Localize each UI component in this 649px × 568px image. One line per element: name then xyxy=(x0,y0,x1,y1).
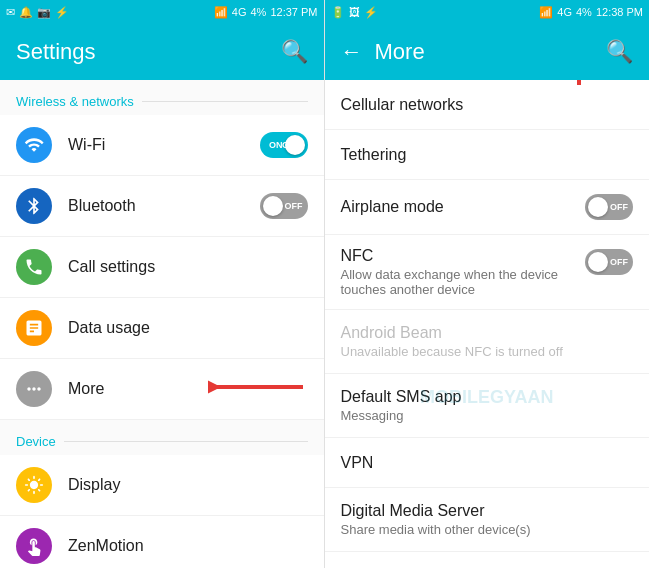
status-bar-left: ✉ 🔔 📷 ⚡ 📶 4G 4% 12:37 PM xyxy=(0,0,324,24)
right-item-nfc[interactable]: NFC Allow data exchange when the device … xyxy=(325,235,650,310)
bt-off-label: OFF xyxy=(285,201,303,211)
wifi-knob xyxy=(285,135,305,155)
signal-r: 4G xyxy=(557,6,572,18)
bluetooth-knob xyxy=(263,196,283,216)
left-toolbar: Settings 🔍 xyxy=(0,24,324,80)
android-beam-label: Android Beam xyxy=(341,324,634,342)
status-icons-right-right: 📶 4G 4% 12:38 PM xyxy=(539,6,643,19)
zenmotion-text: ZenMotion xyxy=(68,537,308,555)
search-button-left[interactable]: 🔍 xyxy=(281,39,308,65)
vpn-label: VPN xyxy=(341,454,634,472)
bt-icon-r: ⚡ xyxy=(364,6,378,19)
data-label: Data usage xyxy=(68,319,308,337)
right-title: More xyxy=(375,39,425,65)
photo-icon-r: 🖼 xyxy=(349,6,360,18)
bluetooth-label: Bluetooth xyxy=(68,197,260,215)
settings-item-bluetooth[interactable]: Bluetooth OFF xyxy=(0,176,324,237)
bluetooth-text: Bluetooth xyxy=(68,197,260,215)
wifi-icon xyxy=(16,127,52,163)
right-item-vpn[interactable]: VPN xyxy=(325,438,650,488)
red-arrow-more xyxy=(208,369,308,409)
wifi-on-label: ON xyxy=(269,140,283,150)
left-title: Settings xyxy=(16,39,96,65)
sms-subtitle: Messaging xyxy=(341,408,634,423)
display-icon xyxy=(16,467,52,503)
search-button-right[interactable]: 🔍 xyxy=(606,39,633,65)
bluetooth-icon xyxy=(16,188,52,224)
digital-media-subtitle: Share media with other device(s) xyxy=(341,522,634,537)
cellular-label: Cellular networks xyxy=(341,96,634,114)
wifi-text: Wi-Fi xyxy=(68,136,260,154)
settings-item-more[interactable]: More xyxy=(0,359,324,420)
right-item-android-beam: Android Beam Unavailable because NFC is … xyxy=(325,310,650,374)
airplane-label: Airplane mode xyxy=(341,198,586,216)
red-arrow-cellular xyxy=(559,80,599,94)
right-panel: 🔋 🖼 ⚡ 📶 4G 4% 12:38 PM ← More 🔍 Cellular… xyxy=(325,0,650,568)
more-icon xyxy=(16,371,52,407)
right-item-cellular[interactable]: Cellular networks xyxy=(325,80,650,130)
battery-left: 4% xyxy=(251,6,267,18)
right-item-airplane[interactable]: Airplane mode OFF xyxy=(325,180,650,235)
bluetooth-toggle[interactable]: OFF xyxy=(260,193,308,219)
zenmotion-icon xyxy=(16,528,52,564)
wifi-status: 📶 xyxy=(214,6,228,19)
vpn-text: VPN xyxy=(341,454,634,472)
data-text: Data usage xyxy=(68,319,308,337)
settings-item-data[interactable]: Data usage xyxy=(0,298,324,359)
time-left: 12:37 PM xyxy=(270,6,317,18)
display-text: Display xyxy=(68,476,308,494)
cellular-text: Cellular networks xyxy=(341,96,634,114)
sms-text: Default SMS app Messaging xyxy=(341,388,634,423)
zenmotion-label: ZenMotion xyxy=(68,537,308,555)
call-label: Call settings xyxy=(68,258,308,276)
android-beam-text: Android Beam Unavailable because NFC is … xyxy=(341,324,634,359)
right-toolbar: ← More 🔍 xyxy=(325,24,650,80)
airplane-off-label: OFF xyxy=(610,202,628,212)
display-label: Display xyxy=(68,476,308,494)
airplane-toggle[interactable]: OFF xyxy=(585,194,633,220)
msg-icon: ✉ xyxy=(6,6,15,19)
right-toolbar-left: ← More xyxy=(341,39,425,65)
nfc-off-label: OFF xyxy=(610,257,628,267)
wifi-status-r: 📶 xyxy=(539,6,553,19)
time-right: 12:38 PM xyxy=(596,6,643,18)
settings-item-display[interactable]: Display xyxy=(0,455,324,516)
right-item-playto[interactable]: PlayTo Connect to wireless player xyxy=(325,552,650,568)
right-item-digital-media[interactable]: Digital Media Server Share media with ot… xyxy=(325,488,650,552)
left-content: Wireless & networks Wi-Fi ON Blu xyxy=(0,80,324,568)
nfc-subtitle: Allow data exchange when the device touc… xyxy=(341,267,586,297)
screen-icon: 📷 xyxy=(37,6,51,19)
right-item-tethering[interactable]: Tethering xyxy=(325,130,650,180)
section-wireless: Wireless & networks xyxy=(0,80,324,115)
right-item-sms[interactable]: Default SMS app Messaging xyxy=(325,374,650,438)
settings-item-wifi[interactable]: Wi-Fi ON xyxy=(0,115,324,176)
tethering-label: Tethering xyxy=(341,146,634,164)
digital-media-text: Digital Media Server Share media with ot… xyxy=(341,502,634,537)
bt-status-icon: ⚡ xyxy=(55,6,69,19)
signal-status: 4G xyxy=(232,6,247,18)
status-icons-left: ✉ 🔔 📷 ⚡ xyxy=(6,6,69,19)
settings-item-call[interactable]: Call settings xyxy=(0,237,324,298)
settings-item-zenmotion[interactable]: ZenMotion xyxy=(0,516,324,568)
sms-label: Default SMS app xyxy=(341,388,634,406)
notif-icon: 🔔 xyxy=(19,6,33,19)
wifi-toggle[interactable]: ON xyxy=(260,132,308,158)
call-icon xyxy=(16,249,52,285)
left-panel: ✉ 🔔 📷 ⚡ 📶 4G 4% 12:37 PM Settings 🔍 Wire… xyxy=(0,0,325,568)
airplane-knob xyxy=(588,197,608,217)
data-icon xyxy=(16,310,52,346)
nfc-knob xyxy=(588,252,608,272)
status-icons-right: 📶 4G 4% 12:37 PM xyxy=(214,6,318,19)
battery-right: 4% xyxy=(576,6,592,18)
status-icons-right-left: 🔋 🖼 ⚡ xyxy=(331,6,378,19)
back-button[interactable]: ← xyxy=(341,39,363,65)
tethering-text: Tethering xyxy=(341,146,634,164)
battery-icon-r: 🔋 xyxy=(331,6,345,19)
android-beam-subtitle: Unavailable because NFC is turned off xyxy=(341,344,634,359)
call-text: Call settings xyxy=(68,258,308,276)
wifi-toggle-wrapper: ON xyxy=(260,132,308,158)
nfc-toggle[interactable]: OFF xyxy=(585,249,633,275)
nfc-text: NFC Allow data exchange when the device … xyxy=(341,247,586,297)
digital-media-label: Digital Media Server xyxy=(341,502,634,520)
status-bar-right: 🔋 🖼 ⚡ 📶 4G 4% 12:38 PM xyxy=(325,0,650,24)
